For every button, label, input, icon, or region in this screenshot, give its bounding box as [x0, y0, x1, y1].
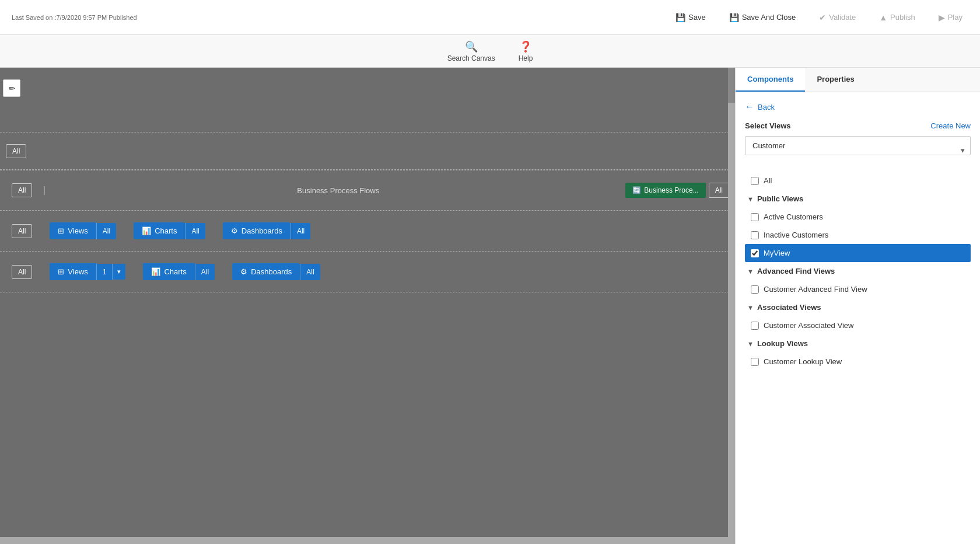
validate-icon: ✔ [819, 13, 826, 22]
back-link[interactable]: ← Back [745, 102, 971, 112]
bpf-row-all-button[interactable]: All [12, 183, 32, 197]
dashboards-block-1: ⚙ Dashboards All [223, 222, 310, 239]
all-checkbox[interactable] [751, 177, 759, 185]
comp-row1-all-button[interactable]: All [12, 224, 32, 238]
toolbar: 🔍 Search Canvas ❓ Help [0, 35, 980, 68]
bpf-button[interactable]: 🔄 Business Proce... [625, 183, 705, 198]
dashboards-all-button-1[interactable]: All [290, 223, 310, 239]
bpf-all-button[interactable]: All [709, 183, 729, 198]
views-icon-2: ⊞ [58, 267, 64, 276]
inactive-customers-item[interactable]: Inactive Customers [745, 226, 971, 244]
public-views-collapse-icon: ▼ [747, 196, 754, 203]
customer-associated-checkbox[interactable] [751, 322, 759, 330]
canvas-comp-row-2: All ⊞ Views 1 ▾ 📊 Charts All [0, 252, 735, 292]
canvas-scrollbar[interactable] [728, 68, 735, 544]
views-all-button-1[interactable]: All [96, 223, 116, 239]
charts-button-2[interactable]: 📊 Charts [143, 263, 194, 280]
associated-views-section[interactable]: ▼ Associated Views [745, 298, 971, 316]
save-and-close-button[interactable]: 💾 Save And Close [723, 9, 802, 26]
customer-associated-item[interactable]: Customer Associated View [745, 316, 971, 334]
myview-item[interactable]: MyView [745, 244, 971, 262]
public-views-section[interactable]: ▼ Public Views [745, 190, 971, 208]
views-block-1: ⊞ Views All [50, 222, 116, 239]
canvas-row-1: All [0, 132, 735, 170]
bpf-row: All Business Process Flows 🔄 Business Pr… [0, 170, 735, 211]
charts-button-1[interactable]: 📊 Charts [134, 222, 185, 239]
views-count-button[interactable]: 1 [96, 264, 113, 280]
charts-all-button-1[interactable]: All [185, 223, 205, 239]
myview-checkbox[interactable] [751, 249, 759, 257]
search-canvas-item[interactable]: 🔍 Search Canvas [447, 40, 495, 62]
back-arrow-icon: ← [745, 102, 754, 112]
customer-lookup-checkbox[interactable] [751, 358, 759, 366]
validate-button[interactable]: ✔ Validate [813, 9, 862, 26]
select-views-label: Select Views [745, 121, 791, 130]
active-customers-checkbox[interactable] [751, 213, 759, 221]
dropdown-wrapper: Customer ▾ [745, 136, 971, 163]
associated-views-collapse-icon: ▼ [747, 304, 754, 311]
canvas-hscrollbar[interactable] [0, 537, 728, 544]
bpf-label: Business Process Flows [44, 186, 625, 195]
views-dropdown-button[interactable]: ▾ [112, 264, 125, 280]
views-count-block: ⊞ Views 1 ▾ [50, 263, 125, 280]
search-canvas-icon: 🔍 [465, 40, 478, 53]
top-bar: Last Saved on :7/9/2020 9:57 PM Publishe… [0, 0, 980, 35]
select-views-header: Select Views Create New [745, 121, 971, 130]
save-button[interactable]: 💾 Save [670, 9, 712, 26]
dashboards-button-1[interactable]: ⚙ Dashboards [223, 222, 290, 239]
help-icon: ❓ [519, 40, 532, 53]
save-close-icon: 💾 [729, 13, 739, 22]
canvas-comp-row-1: All ⊞ Views All 📊 Charts All [0, 211, 735, 252]
help-item[interactable]: ❓ Help [519, 40, 533, 62]
panel-tabs: Components Properties [736, 68, 980, 92]
play-icon: ▶ [939, 13, 945, 22]
panel-content: ← Back Select Views Create New Customer … [736, 92, 980, 544]
play-button[interactable]: ▶ Play [933, 9, 968, 26]
dashboards-block-2: ⚙ Dashboards All [232, 263, 320, 280]
advanced-find-collapse-icon: ▼ [747, 268, 754, 275]
bpf-icon: 🔄 [632, 186, 641, 194]
tab-components[interactable]: Components [736, 68, 805, 92]
last-saved-text: Last Saved on :7/9/2020 9:57 PM Publishe… [12, 14, 137, 21]
comp-row2-all-button[interactable]: All [12, 265, 32, 279]
save-icon: 💾 [676, 13, 685, 22]
charts-block-2: 📊 Charts All [143, 263, 215, 280]
tab-properties[interactable]: Properties [805, 68, 866, 92]
right-panel: Components Properties ← Back Select View… [735, 68, 980, 544]
canvas-area: ✏ All All Business Process Flows 🔄 Busin… [0, 68, 735, 544]
charts-icon-1: 📊 [142, 226, 151, 235]
customer-lookup-item[interactable]: Customer Lookup View [745, 353, 971, 371]
main-layout: ✏ All All Business Process Flows 🔄 Busin… [0, 68, 980, 544]
dashboards-icon-2: ⚙ [240, 267, 247, 276]
canvas-scroll-thumb [728, 68, 735, 103]
views-button-1[interactable]: ⊞ Views [50, 222, 96, 239]
publish-icon: ▲ [879, 13, 887, 22]
views-icon-1: ⊞ [58, 226, 64, 235]
all-checkbox-item[interactable]: All [745, 172, 971, 190]
customer-advanced-find-checkbox[interactable] [751, 285, 759, 294]
dashboards-icon-1: ⚙ [231, 226, 238, 235]
inactive-customers-checkbox[interactable] [751, 231, 759, 239]
create-new-link[interactable]: Create New [930, 121, 971, 130]
edit-icon-box[interactable]: ✏ [3, 79, 20, 97]
advanced-find-views-section[interactable]: ▼ Advanced Find Views [745, 262, 971, 280]
row1-all-button[interactable]: All [6, 144, 26, 158]
publish-button[interactable]: ▲ Publish [873, 9, 921, 26]
active-customers-item[interactable]: Active Customers [745, 208, 971, 226]
lookup-views-collapse-icon: ▼ [747, 340, 754, 347]
lookup-views-section[interactable]: ▼ Lookup Views [745, 334, 971, 353]
customer-advanced-find-item[interactable]: Customer Advanced Find View [745, 280, 971, 298]
views-button-2[interactable]: ⊞ Views [50, 263, 96, 280]
dashboards-all-button-2[interactable]: All [300, 264, 320, 280]
charts-all-button-2[interactable]: All [195, 264, 215, 280]
charts-icon-2: 📊 [151, 267, 160, 276]
dashboards-button-2[interactable]: ⚙ Dashboards [232, 263, 300, 280]
charts-block-1: 📊 Charts All [134, 222, 205, 239]
edit-icon: ✏ [9, 84, 15, 93]
entity-dropdown[interactable]: Customer [745, 136, 971, 155]
